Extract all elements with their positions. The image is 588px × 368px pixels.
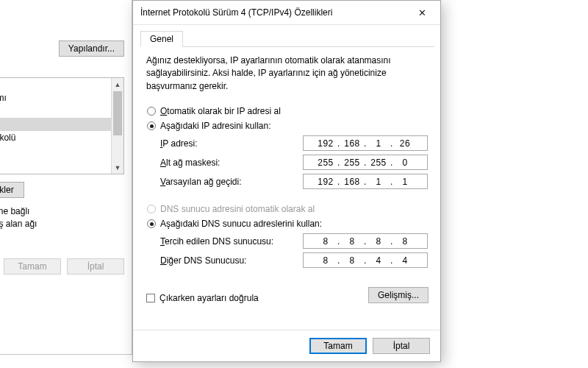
radio-icon — [147, 219, 156, 228]
gateway-label: Varsayılan ağ geçidi: — [160, 177, 242, 187]
titlebar[interactable]: İnternet Protokolü Sürüm 4 (TCP/IPv4) Öz… — [133, 1, 440, 25]
advanced-button[interactable]: Gelişmiş... — [368, 287, 429, 303]
list-item[interactable]: üm 6 (TCP/IPv6) — [0, 158, 123, 171]
intro-text: Ağınız destekliyorsa, IP ayarlarının oto… — [146, 54, 429, 93]
ip-manual-label: Aşağıdaki IP adresini kullan: — [160, 121, 271, 131]
list-item[interactable]: ıncısı Çoğullayıcı Protokolü — [0, 131, 123, 144]
ip-address-row: IP adresi: 192. 168. 1. 26 — [160, 135, 428, 151]
list-item[interactable]: olü Sürücüsü — [0, 144, 123, 158]
adapter-name-label: Controller — [0, 26, 124, 36]
dns-settings-group: DNS sunucu adresini otomatik olarak al A… — [146, 201, 429, 283]
scroll-up-icon[interactable]: ▲ — [112, 78, 123, 91]
scroll-down-icon[interactable]: ▼ — [112, 161, 123, 174]
ip-settings-group: OOtomatik olarak bir IP adresi altomatik… — [146, 103, 429, 194]
ok-button[interactable]: Tamam — [309, 338, 367, 354]
dns-manual-label: Aşağıdaki DNS sunucu adreslerini kullan: — [160, 219, 322, 229]
preferred-dns-label: Tercih edilen DNS sunucusu: — [160, 236, 273, 247]
item-description: nternet Protokolü. Birbirine bağlı ağlay… — [0, 205, 124, 230]
scrollbar-thumb[interactable] — [113, 91, 122, 135]
alternate-dns-input[interactable]: 8. 8. 4. 4 — [303, 252, 428, 268]
ipv4-properties-dialog: İnternet Protokolü Sürüm 4 (TCP/IPv4) Öz… — [132, 0, 441, 362]
subnet-mask-input[interactable]: 255. 255. 255. 0 — [303, 155, 428, 170]
list-item[interactable]: osya ve Yazıcı Paylaşımı — [0, 91, 123, 105]
tabstrip: Genel — [140, 31, 434, 47]
properties-button[interactable]: Özellikler — [0, 182, 24, 198]
gateway-row: Varsayılan ağ geçidi: 192. 168. 1. 1 — [160, 174, 428, 189]
listbox-scrollbar[interactable]: ▲ ▼ — [111, 78, 123, 174]
ip-auto-label: OOtomatik olarak bir IP adresi altomatik… — [160, 106, 281, 116]
preferred-dns-input[interactable]: 8. 8. 8. 8 — [303, 233, 428, 249]
dialog-title: İnternet Protokolü Sürüm 4 (TCP/IPv4) Öz… — [140, 7, 332, 18]
alternate-dns-label: Diğer DNS Sunucusu: — [160, 255, 246, 266]
parent-ok-button[interactable]: Tamam — [4, 258, 61, 275]
network-items-listbox[interactable]: emci osya ve Yazıcı Paylaşımı ıcısı üm 4… — [0, 77, 124, 174]
network-adapter-properties-dialog: Controller Yapılandır... llanır: emci os… — [0, 0, 132, 355]
dns-manual-radio-row[interactable]: Aşağıdaki DNS sunucu adreslerini kullan: — [147, 219, 428, 229]
ip-address-label: IP adresi: — [160, 138, 197, 149]
list-item[interactable]: üm 4 (TCP/IPv4) — [0, 118, 123, 131]
configure-button[interactable]: Yapılandır... — [59, 40, 124, 57]
alternate-dns-row: Diğer DNS Sunucusu: 8. 8. 4. 4 — [160, 252, 428, 268]
preferred-dns-row: Tercih edilen DNS sunucusu: 8. 8. 8. 8 — [160, 233, 428, 249]
cancel-button[interactable]: İptal — [373, 338, 430, 354]
close-icon: ✕ — [418, 7, 426, 18]
validate-on-exit-label: Çıkarken ayarları doğrula — [159, 293, 259, 303]
radio-icon — [147, 107, 156, 116]
subnet-mask-row: Alt ağ maskesi: 255. 255. 255. 0 — [160, 155, 428, 170]
list-item[interactable]: ıcısı — [0, 105, 123, 118]
parent-cancel-button[interactable]: İptal — [67, 258, 124, 275]
ip-address-input[interactable]: 192. 168. 1. 26 — [303, 135, 428, 151]
dns-auto-label: DNS sunucu adresini otomatik olarak al — [160, 204, 315, 214]
dialog-button-bar: Tamam İptal — [133, 330, 440, 361]
ip-manual-radio-row[interactable]: Aşağıdaki IP adresini kullan: — [147, 121, 428, 131]
tab-general[interactable]: Genel — [140, 31, 183, 47]
checkbox-icon — [146, 294, 155, 302]
list-item[interactable]: emci — [0, 78, 123, 91]
uses-items-label: llanır: — [0, 64, 124, 74]
radio-icon — [147, 121, 156, 130]
dns-auto-radio-row: DNS sunucu adresini otomatik olarak al — [147, 204, 428, 214]
gateway-input[interactable]: 192. 168. 1. 1 — [303, 174, 428, 189]
ip-auto-radio-row[interactable]: OOtomatik olarak bir IP adresi altomatik… — [147, 106, 428, 116]
close-button[interactable]: ✕ — [409, 5, 434, 20]
radio-icon — [147, 205, 156, 213]
subnet-mask-label: Alt ağ maskesi: — [160, 158, 220, 168]
